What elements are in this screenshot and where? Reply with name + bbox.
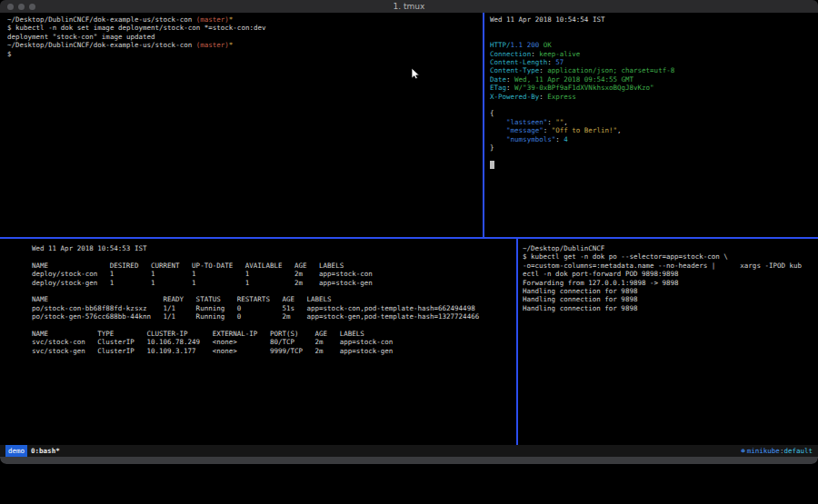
pane-bottom-right-port-forward[interactable]: ~/Desktop/DublinCNCF$ kubectl get -n dok…	[518, 239, 818, 445]
terminal-line	[490, 33, 818, 41]
terminal-window: 1. tmux ~/Desktop/DublinCNCF/dok-example…	[0, 0, 818, 464]
terminal-line: svc/stock-con ClusterIP 10.106.78.249 <n…	[32, 338, 516, 346]
kubernetes-icon: ☸	[741, 447, 745, 455]
kube-namespace-label: default	[783, 447, 813, 455]
tmux-terminal: ~/Desktop/DublinCNCF/dok-example-us/stoc…	[0, 13, 818, 445]
tmux-status-left: demo 0:bash*	[5, 445, 60, 457]
terminal-line: svc/stock-gen ClusterIP 10.109.3.177 <no…	[32, 347, 516, 355]
kube-context-label: minikube	[747, 447, 780, 455]
terminal-line: $ kubectl get -n dok po --selector=app=s…	[523, 252, 818, 261]
terminal-line	[32, 321, 516, 330]
terminal-line: deploy/stock-gen 1 1 1 1 2m app=stock-ge…	[32, 279, 516, 287]
terminal-line: HTTP/1.1 200 OK	[490, 41, 818, 49]
traffic-lights	[7, 0, 35, 13]
terminal-line: Handling connection for 9898	[523, 304, 818, 312]
terminal-line: "lastseen": "",	[490, 118, 818, 126]
terminal-line: Forwarding from 127.0.0.1:9898 -> 9898	[523, 279, 818, 287]
terminal-line: Content-Type: application/json; charset=…	[490, 66, 818, 74]
terminal-line: po/stock-con-bb68f88fd-kzsxz 1/1 Running…	[32, 304, 516, 312]
terminal-line: ETag: W/"39-0xBPf9aF1dXVNkhsxoBQgJ8vKzo"	[490, 84, 818, 92]
terminal-line: Date: Wed, 11 Apr 2018 09:54:55 GMT	[490, 75, 818, 84]
terminal-line	[32, 252, 516, 261]
terminal-line: Wed 11 Apr 2018 10:54:54 IST	[490, 15, 818, 24]
terminal-line: -o=custom-columns=:metadata.name --no-he…	[523, 262, 818, 270]
terminal-line	[490, 161, 818, 169]
terminal-line: $ kubectl -n dok set image deployment/st…	[7, 24, 483, 32]
terminal-line: "message": "Off to Berlin!",	[490, 126, 818, 134]
tmux-window-item[interactable]: 0:bash*	[31, 445, 60, 457]
terminal-line: Handling connection for 9898	[523, 295, 818, 303]
minimize-button[interactable]	[18, 4, 25, 10]
terminal-line: ~/Desktop/DublinCNCF/dok-example-us/stoc…	[7, 15, 483, 24]
terminal-line	[32, 287, 516, 295]
tmux-status-bar: demo 0:bash* ☸minikube:default	[0, 445, 818, 457]
terminal-line: NAME READY STATUS RESTARTS AGE LABELS	[32, 295, 516, 303]
terminal-line: ~/Desktop/DublinCNCF	[523, 244, 818, 252]
terminal-line	[490, 24, 818, 32]
terminal-line	[490, 153, 818, 161]
terminal-line: "numsymbols": 4	[490, 135, 818, 143]
window-bottom-edge	[0, 457, 818, 464]
terminal-line: deployment "stock-con" image updated	[7, 33, 483, 41]
terminal-line: Connection: keep-alive	[490, 50, 818, 58]
terminal-line: po/stock-gen-576cc688bb-44knn 1/1 Runnin…	[32, 312, 516, 321]
zoom-button[interactable]	[29, 4, 35, 10]
terminal-line: deploy/stock-con 1 1 1 1 2m app=stock-co…	[32, 270, 516, 278]
terminal-line: Handling connection for 9898	[523, 287, 818, 295]
terminal-line: NAME TYPE CLUSTER-IP EXTERNAL-IP PORT(S)…	[32, 330, 516, 338]
terminal-line: $	[7, 50, 483, 58]
terminal-line: X-Powered-By: Express	[490, 93, 818, 101]
terminal-line: ectl -n dok port-forward POD 9898:9898	[523, 270, 818, 278]
terminal-line: ~/Desktop/DublinCNCF/dok-example-us/stoc…	[7, 41, 483, 49]
terminal-line: {	[490, 109, 818, 117]
terminal-line: NAME DESIRED CURRENT UP-TO-DATE AVAILABL…	[32, 262, 516, 270]
pane-top-left-shell[interactable]: ~/Desktop/DublinCNCF/dok-example-us/stoc…	[0, 13, 483, 237]
window-titlebar: 1. tmux	[0, 0, 818, 13]
window-title: 1. tmux	[0, 2, 818, 11]
terminal-line: }	[490, 143, 818, 152]
pane-bottom-left-kubectl-watch[interactable]: Wed 11 Apr 2018 10:54:53 IST NAME DESIRE…	[0, 239, 516, 445]
pane-top-right-http-response[interactable]: Wed 11 Apr 2018 10:54:54 IST HTTP/1.1 20…	[484, 13, 818, 237]
tmux-session-name: demo	[5, 445, 27, 457]
mouse-cursor-icon	[411, 67, 422, 80]
terminal-line	[490, 101, 818, 109]
terminal-line: Content-Length: 57	[490, 58, 818, 66]
terminal-line: Wed 11 Apr 2018 10:54:53 IST	[32, 244, 516, 252]
close-button[interactable]	[7, 4, 14, 10]
